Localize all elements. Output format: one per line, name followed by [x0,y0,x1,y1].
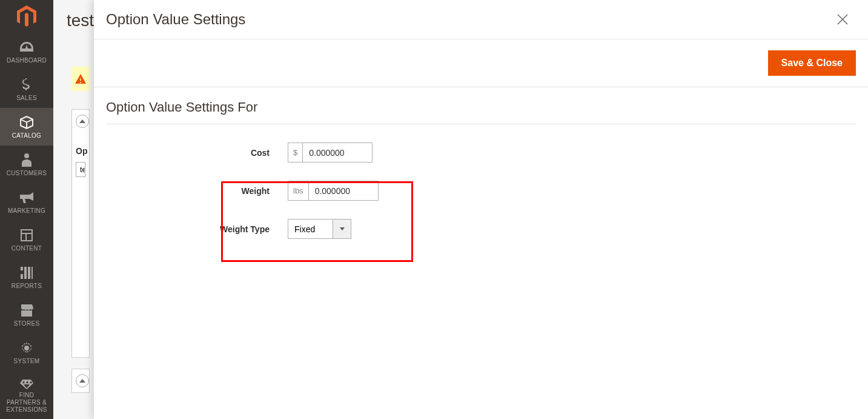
currency-prefix: $ [288,142,302,163]
cost-row: Cost $ [106,142,856,163]
sidebar-label: CUSTOMERS [7,170,47,177]
admin-sidebar: DASHBOARD SALES CATALOG CUSTOMERS MARKET… [0,0,53,419]
svg-rect-2 [28,272,30,279]
sidebar-label: SYSTEM [14,358,40,365]
sales-icon [22,78,31,92]
system-icon [21,341,33,355]
modal-header: Option Value Settings [94,0,868,39]
partners-icon [20,377,33,389]
cost-label: Cost [106,148,288,158]
warning-banner [71,67,90,91]
magento-logo[interactable] [0,0,53,33]
sidebar-label: SALES [16,95,37,102]
weight-type-label: Weight Type [106,224,288,234]
stores-icon [20,303,33,318]
sidebar-item-marketing[interactable]: MARKETING [0,183,53,221]
modal-title: Option Value Settings [106,11,245,28]
option-value-settings-modal: Option Value Settings Save & Close Optio… [94,0,868,419]
weight-unit-prefix: lbs [288,181,308,201]
bg-option-label: Op [76,146,85,156]
bg-input[interactable]: te [76,162,85,177]
close-button[interactable] [835,12,850,27]
close-icon [837,13,849,25]
sidebar-label: REPORTS [12,283,42,290]
cost-input-group: $ [288,142,373,163]
svg-rect-1 [24,269,27,279]
sidebar-item-system[interactable]: SYSTEM [0,334,53,371]
select-value: Fixed [288,220,333,238]
sidebar-item-content[interactable]: CONTENT [0,221,53,258]
cost-input[interactable] [302,142,373,163]
sidebar-item-customers[interactable]: CUSTOMERS [0,146,53,183]
page-title: test [67,11,94,30]
weight-label: Weight [106,186,288,196]
divider [106,124,856,124]
weight-input-group: lbs [288,181,379,201]
sidebar-label: MARKETING [8,207,45,215]
chevron-down-icon [333,220,351,238]
catalog-icon [20,115,33,130]
sidebar-item-sales[interactable]: SALES [0,70,53,108]
sidebar-item-partners[interactable]: FIND PARTNERS & EXTENSIONS [0,371,53,419]
sidebar-item-reports[interactable]: REPORTS [0,258,53,296]
reports-icon [21,266,33,280]
sidebar-label: CATALOG [12,132,41,139]
content-icon [21,228,33,243]
sidebar-label: CONTENT [12,245,42,252]
customers-icon [22,153,31,167]
sidebar-label: STORES [14,320,40,327]
modal-actions: Save & Close [94,39,868,87]
sidebar-label: FIND PARTNERS & EXTENSIONS [2,392,51,414]
sidebar-item-stores[interactable]: STORES [0,296,53,334]
expand-toggle-icon[interactable] [76,115,89,128]
sidebar-item-catalog[interactable]: CATALOG [0,108,53,146]
weight-type-row: Weight Type Fixed [106,219,856,239]
expand-toggle-icon[interactable] [76,374,89,387]
sidebar-item-dashboard[interactable]: DASHBOARD [0,33,53,70]
svg-rect-0 [21,274,23,279]
weight-row: Weight lbs [106,181,856,201]
weight-input[interactable] [308,181,379,201]
modal-body: Option Value Settings For Cost $ Weight … [94,87,868,257]
dashboard-icon [20,40,33,55]
sidebar-label: DASHBOARD [7,57,47,64]
marketing-icon [20,190,33,205]
save-close-button[interactable]: Save & Close [768,50,856,76]
section-title: Option Value Settings For [106,99,856,115]
weight-type-select[interactable]: Fixed [288,219,351,239]
